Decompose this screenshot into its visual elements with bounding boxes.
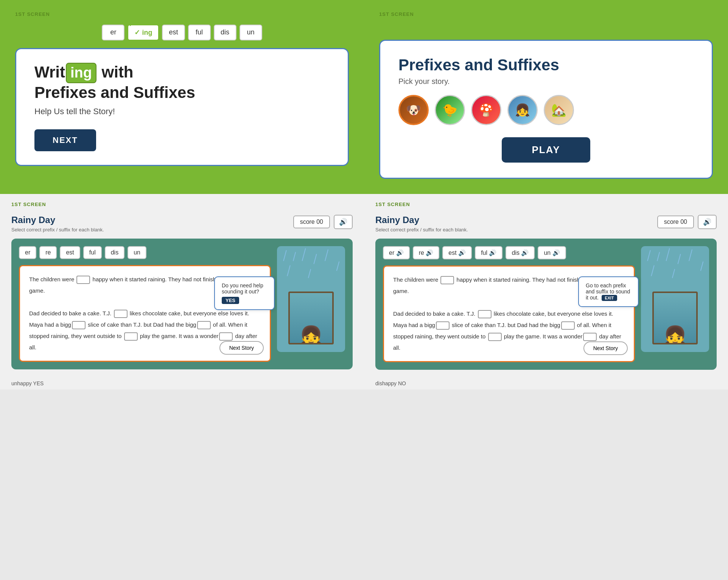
score-box-right: score 00 [657, 216, 694, 228]
small-tile-dis-left[interactable]: dis [105, 246, 124, 259]
tiles-row-top-left: er ✓ ing est ful dis un [15, 25, 349, 40]
tile-ing[interactable]: ✓ ing [128, 25, 159, 40]
story-title-area-left: Rainy Day Select correct prefix / suffix… [11, 215, 104, 233]
story-text-5: slice of cake than T.J. but Dad had the … [86, 321, 196, 328]
title-line2: Prefixes and Suffixes [34, 84, 195, 101]
window-frame-right: 👧 [652, 292, 698, 344]
small-tile-un-left[interactable]: un [128, 246, 146, 259]
story-header-right: Rainy Day Select correct prefix / suffix… [375, 215, 717, 233]
character-right: 👧 [663, 325, 687, 344]
next-story-btn-left[interactable]: Next Story [219, 341, 264, 355]
story-subtitle-left: Select correct prefix / suffix for each … [11, 227, 104, 233]
story-text-r7: play the game. It was a wonder [502, 333, 583, 340]
game-area-left: er re est ful dis un The children were h… [11, 239, 353, 369]
story-text-r1: The children were [393, 276, 440, 283]
small-tile-re-right[interactable]: re 🔊 [413, 246, 440, 259]
card-subtitle: Help Us tell the Story! [34, 107, 330, 116]
story-header-left: Rainy Day Select correct prefix / suffix… [11, 215, 353, 233]
help-bubble-left: Do you need help sounding it out? YES [214, 276, 275, 310]
score-area-right: score 00 🔊 [657, 215, 717, 229]
tiles-row-small-right: er 🔊 re 🔊 est 🔊 ful 🔊 dis 🔊 un 🔊 [383, 246, 635, 259]
left-game-content: er re est ful dis un The children were h… [19, 246, 271, 362]
avatar-1[interactable]: 🐶 [398, 95, 429, 125]
screen-label-top-right: 1ST SCREEN [379, 11, 713, 17]
story-text-3: Dad decided to bake a cake. T.J. [29, 310, 113, 316]
story-title-left: Rainy Day [11, 215, 104, 225]
highlight-ing: ing [66, 63, 96, 83]
story-text-7: play the game. It was a wonder [138, 333, 219, 339]
screen-label-bottom-left: 1ST SCREEN [11, 202, 353, 207]
screen-label-top-left: 1ST SCREEN [15, 11, 349, 17]
small-tile-dis-right[interactable]: dis 🔊 [506, 246, 535, 259]
panel-bottom-right: 1ST SCREEN Rainy Day Select correct pref… [364, 194, 728, 377]
story-title-area-right: Rainy Day Select correct prefix / suffix… [375, 215, 468, 233]
blank-6-right[interactable] [583, 333, 597, 341]
play-button[interactable]: PLAY [502, 137, 591, 163]
blank-5-right[interactable] [488, 333, 502, 341]
blank-1-right[interactable] [440, 276, 454, 284]
bottom-label-right: dishappy NO [364, 377, 728, 389]
audio-btn-right[interactable]: 🔊 [698, 215, 717, 229]
scene-image-right: 👧 [641, 246, 709, 352]
right-game-content: er 🔊 re 🔊 est 🔊 ful 🔊 dis 🔊 un 🔊 The chi… [383, 246, 635, 362]
score-box-left: score 00 [293, 216, 330, 228]
next-button[interactable]: NEXT [34, 129, 96, 151]
small-tile-est-right[interactable]: est 🔊 [442, 246, 472, 259]
blank-6-left[interactable] [219, 332, 233, 341]
card-title: Writing with Prefixes and Suffixes [34, 63, 330, 102]
small-tile-re-left[interactable]: re [39, 246, 57, 259]
avatar-2[interactable]: 🐤 [435, 95, 465, 125]
story-avatars: 🐶 🐤 🍄 👧 🏡 [398, 95, 694, 125]
blank-4-right[interactable] [561, 321, 575, 330]
small-tile-ful-right[interactable]: ful 🔊 [475, 246, 502, 259]
bottom-label-left: unhappy YES [0, 377, 364, 389]
help-text-left: Do you need help sounding it out? [222, 282, 263, 295]
tile-est[interactable]: est [162, 25, 185, 40]
blank-3-left[interactable] [72, 321, 86, 329]
panel-top-right: 1ST SCREEN Prefixes and Suffixes Pick yo… [364, 0, 728, 194]
scene-image-left: 👧 [277, 246, 345, 352]
screen-label-bottom-right: 1ST SCREEN [375, 202, 717, 207]
character-left: 👧 [299, 325, 323, 344]
blank-2-left[interactable] [114, 310, 128, 318]
story-subtitle-right: Select correct prefix / suffix for each … [375, 227, 468, 233]
small-tile-er-left[interactable]: er [19, 246, 36, 259]
avatar-4[interactable]: 👧 [507, 95, 538, 125]
small-tile-est-left[interactable]: est [60, 246, 80, 259]
blank-4-left[interactable] [197, 321, 211, 329]
prefixes-title: Prefixes and Suffixes [398, 56, 694, 74]
panel-top-left: 1ST SCREEN er ✓ ing est ful dis un Writi… [0, 0, 364, 194]
prefixes-card: Prefixes and Suffixes Pick your story. 🐶… [379, 40, 713, 179]
bottom-labels: unhappy YES dishappy NO [0, 377, 728, 389]
score-area-left: score 00 🔊 [293, 215, 353, 229]
tile-dis[interactable]: dis [214, 25, 236, 40]
small-tile-ful-left[interactable]: ful [83, 246, 102, 259]
tile-er[interactable]: er [102, 25, 124, 40]
title-post: with [97, 63, 134, 81]
help-bubble-right: Go to each prefix and suffix to sound it… [578, 276, 639, 307]
story-text-1: The children were [29, 276, 76, 282]
small-tile-un-right[interactable]: un 🔊 [538, 246, 566, 259]
game-area-right: er 🔊 re 🔊 est 🔊 ful 🔊 dis 🔊 un 🔊 The chi… [375, 239, 717, 370]
yes-badge-left[interactable]: YES [222, 297, 239, 304]
tile-ful[interactable]: ful [188, 25, 211, 40]
panel-bottom-left: 1ST SCREEN Rainy Day Select correct pref… [0, 194, 364, 377]
blank-5-left[interactable] [124, 332, 138, 341]
avatar-5[interactable]: 🏡 [544, 95, 574, 125]
blank-1-left[interactable] [76, 276, 90, 284]
story-text-r3: Dad decided to bake a cake. T.J. [393, 310, 477, 317]
next-story-btn-right[interactable]: Next Story [583, 341, 628, 355]
tile-un[interactable]: un [240, 25, 262, 40]
window-frame-left: 👧 [288, 292, 334, 344]
pick-story-text: Pick your story. [398, 77, 694, 86]
title-pre: Writ [34, 63, 65, 81]
blank-3-right[interactable] [436, 321, 450, 330]
avatar-3[interactable]: 🍄 [471, 95, 501, 125]
exit-badge-right[interactable]: EXIT [602, 295, 617, 301]
audio-btn-left[interactable]: 🔊 [334, 215, 353, 229]
blank-2-right[interactable] [478, 310, 492, 318]
story-text-r5: slice of cake than T.J. but Dad had the … [450, 322, 560, 328]
story-title-right: Rainy Day [375, 215, 468, 225]
small-tile-er-right[interactable]: er 🔊 [383, 246, 410, 259]
tiles-row-small-left: er re est ful dis un [19, 246, 271, 259]
